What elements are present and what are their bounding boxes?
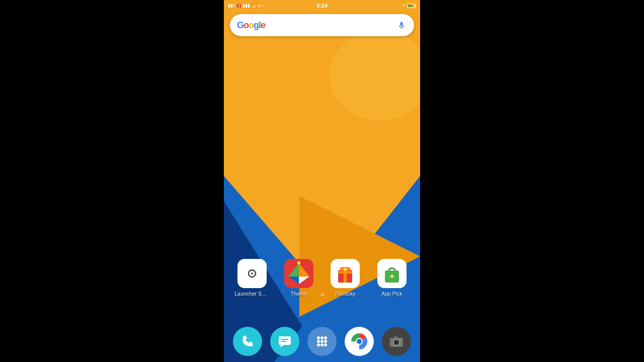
svg-point-56 — [324, 340, 327, 343]
svg-point-66 — [395, 341, 397, 343]
signal-indicator-2: ▮▮▮ — [243, 3, 250, 8]
svg-point-59 — [324, 343, 327, 346]
usb-icon: ⌀ — [258, 3, 261, 8]
theme-icon — [284, 259, 313, 288]
svg-point-68 — [400, 339, 401, 341]
svg-point-55 — [320, 340, 324, 343]
im-lucky-icon — [331, 259, 360, 288]
launcher-settings-icon — [237, 259, 267, 288]
app-grid: Launcher Setti... Theme — [224, 259, 420, 297]
google-search-bar[interactable]: Google — [230, 14, 414, 36]
signal-indicator-1: ▮▮▯ — [228, 3, 235, 8]
battery-icon — [407, 4, 416, 8]
svg-point-30 — [251, 273, 253, 275]
svg-rect-67 — [394, 336, 397, 338]
svg-point-52 — [320, 336, 324, 339]
dock-item-messages[interactable] — [270, 327, 299, 356]
google-mic-button[interactable] — [396, 20, 407, 31]
phone-screen: ▮▮▯ J ▮▮▮ 📶 ⌀ ↕ ... 3:24 ↗ Google — [224, 0, 420, 362]
svg-point-62 — [357, 339, 362, 344]
svg-point-44 — [344, 268, 347, 271]
svg-point-51 — [317, 336, 320, 339]
svg-text:★: ★ — [388, 272, 395, 280]
app-pick-icon: ★ — [377, 259, 407, 288]
sync-icon: ↕ — [262, 3, 264, 8]
app-item-app-pick[interactable]: ★ App Pick — [374, 259, 410, 297]
dock-item-chrome[interactable] — [345, 327, 374, 356]
status-bar: ▮▮▯ J ▮▮▮ 📶 ⌀ ↕ ... 3:24 ↗ — [224, 0, 420, 11]
status-left-icons: ▮▮▯ J ▮▮▮ 📶 ⌀ ↕ ... — [228, 3, 269, 9]
svg-marker-48 — [280, 345, 284, 347]
call-forward-icon: ↗ — [401, 3, 406, 8]
svg-point-58 — [320, 343, 324, 346]
dock-item-camera[interactable] — [382, 327, 411, 356]
wifi-icon: 📶 — [251, 3, 257, 9]
more-icons: ... — [265, 3, 269, 8]
swipe-up-indicator[interactable]: ⌃ — [224, 292, 420, 302]
dock — [224, 327, 420, 356]
dock-item-phone[interactable] — [233, 327, 262, 356]
app-item-theme[interactable]: Theme — [281, 259, 317, 297]
svg-rect-47 — [279, 336, 291, 345]
google-logo: Google — [237, 20, 265, 31]
wallpaper-layer — [224, 0, 420, 362]
app-item-launcher-settings[interactable]: Launcher Setti... — [234, 259, 270, 297]
dock-item-apps-drawer[interactable] — [307, 327, 337, 356]
jio-badge: J — [237, 4, 241, 8]
svg-point-53 — [324, 336, 327, 339]
svg-point-36 — [297, 261, 300, 264]
swipe-up-arrow: ⌃ — [319, 292, 326, 302]
svg-point-57 — [317, 343, 320, 346]
status-right-icons: ↗ — [401, 3, 416, 8]
app-item-im-lucky[interactable]: I'm lucky — [327, 259, 363, 297]
svg-point-54 — [317, 340, 320, 343]
status-time: 3:24 — [316, 3, 328, 9]
